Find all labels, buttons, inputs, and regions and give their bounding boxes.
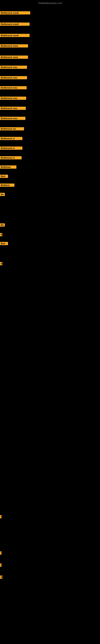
bottleneck-result-label: Bottlene — [0, 184, 14, 187]
bottleneck-result-label: I — [0, 552, 1, 555]
bottleneck-result-label: Bottleneck res — [0, 127, 24, 130]
site-title: TheBottlenecker.com — [0, 2, 100, 5]
bottleneck-result-label: B — [0, 576, 2, 579]
bottleneck-result-label: Bottlenec — [0, 166, 16, 169]
bottleneck-result-label: Bottleneck result — [0, 22, 30, 26]
bottleneck-result-label: Bottleneck resu — [0, 107, 26, 110]
bottleneck-result-label: Bottleneck resu — [0, 117, 25, 120]
bottleneck-result-label: B — [0, 233, 2, 236]
bottleneck-result-label: Bottleneck resu — [0, 66, 27, 69]
bottleneck-result-label: Bottleneck result — [0, 34, 30, 37]
bottleneck-result-label: Bottleneck re — [0, 137, 22, 140]
bottleneck-result-label: B — [0, 262, 2, 265]
bottleneck-result-label: | — [0, 515, 1, 518]
bottleneck-result-label: Bottleneck resu — [0, 76, 27, 79]
bottleneck-result-label: Bottleneck re — [0, 156, 22, 160]
bottleneck-result-label: Bottleneck result — [0, 11, 30, 14]
bottleneck-result-label: Bott — [0, 242, 8, 245]
bottleneck-result-label: Bottleneck re — [0, 146, 22, 150]
bottleneck-result-label: I — [0, 564, 1, 567]
bottleneck-result-label: Bott — [0, 175, 8, 178]
bottleneck-result-label: Bottleneck resul — [0, 44, 28, 48]
bottleneck-result-label: Bo — [0, 224, 5, 226]
bottleneck-result-label: Bottleneck resul — [0, 56, 28, 59]
bottleneck-result-label: Bo — [0, 193, 5, 196]
bottleneck-result-label: Bottleneck resu — [0, 86, 27, 89]
bottleneck-result-label: Bottleneck resu — [0, 96, 26, 100]
